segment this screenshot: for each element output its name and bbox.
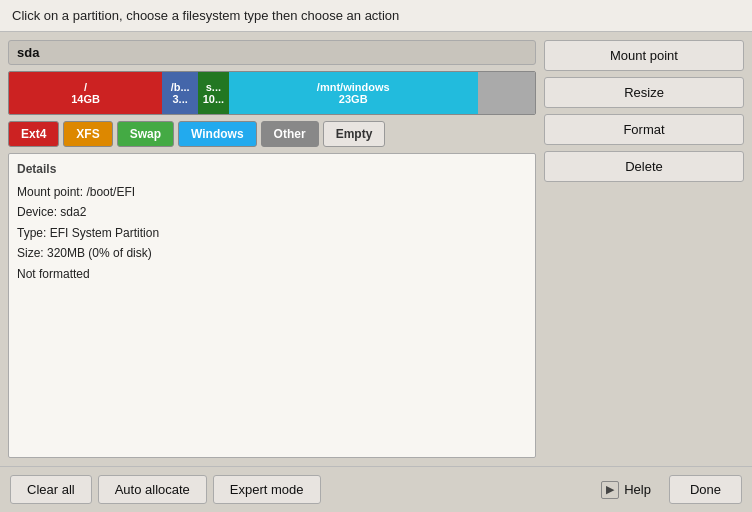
- fs-swap-button[interactable]: Swap: [117, 121, 174, 147]
- done-button[interactable]: Done: [669, 475, 742, 504]
- auto-allocate-button[interactable]: Auto allocate: [98, 475, 207, 504]
- partition-segment-1[interactable]: / 14GB: [9, 72, 162, 114]
- details-text: Mount point: /boot/EFI Device: sda2 Type…: [17, 182, 527, 284]
- left-panel: sda / 14GB /b... 3... s... 10... /mnt/wi…: [8, 40, 536, 458]
- seg4-label: /mnt/windows: [317, 81, 390, 93]
- details-line-3: Type: EFI System Partition: [17, 223, 527, 243]
- help-icon: ▶: [601, 481, 619, 499]
- seg3-label: s...: [206, 81, 221, 93]
- bottom-left-actions: Clear all Auto allocate Expert mode: [10, 475, 321, 504]
- fs-other-button[interactable]: Other: [261, 121, 319, 147]
- fs-empty-button[interactable]: Empty: [323, 121, 386, 147]
- mount-point-button[interactable]: Mount point: [544, 40, 744, 71]
- partition-segment-3[interactable]: s... 10...: [198, 72, 229, 114]
- details-line-2: Device: sda2: [17, 202, 527, 222]
- details-box: Details Mount point: /boot/EFI Device: s…: [8, 153, 536, 458]
- seg1-label: /: [84, 81, 87, 93]
- disk-label: sda: [8, 40, 536, 65]
- partition-segment-2[interactable]: /b... 3...: [162, 72, 198, 114]
- seg2-label: /b...: [171, 81, 190, 93]
- seg4-sub: 23GB: [339, 93, 368, 105]
- details-line-4: Size: 320MB (0% of disk): [17, 243, 527, 263]
- partition-segment-5[interactable]: [478, 72, 535, 114]
- details-title: Details: [17, 162, 527, 176]
- seg2-sub: 3...: [172, 93, 187, 105]
- details-line-1: Mount point: /boot/EFI: [17, 182, 527, 202]
- fs-ext4-button[interactable]: Ext4: [8, 121, 59, 147]
- clear-all-button[interactable]: Clear all: [10, 475, 92, 504]
- expert-mode-button[interactable]: Expert mode: [213, 475, 321, 504]
- seg1-sub: 14GB: [71, 93, 100, 105]
- main-content: sda / 14GB /b... 3... s... 10... /mnt/wi…: [0, 32, 752, 466]
- details-line-5: Not formatted: [17, 264, 527, 284]
- right-panel: Mount point Resize Format Delete: [544, 40, 744, 458]
- seg3-sub: 10...: [203, 93, 224, 105]
- help-label: Help: [624, 482, 651, 497]
- bottom-bar: Clear all Auto allocate Expert mode ▶ He…: [0, 466, 752, 512]
- partition-bar: / 14GB /b... 3... s... 10... /mnt/window…: [8, 71, 536, 115]
- format-button[interactable]: Format: [544, 114, 744, 145]
- resize-button[interactable]: Resize: [544, 77, 744, 108]
- delete-button[interactable]: Delete: [544, 151, 744, 182]
- instruction-text: Click on a partition, choose a filesyste…: [12, 8, 399, 23]
- help-button[interactable]: ▶ Help: [593, 477, 659, 503]
- partition-segment-4[interactable]: /mnt/windows 23GB: [229, 72, 478, 114]
- fs-windows-button[interactable]: Windows: [178, 121, 257, 147]
- filesystem-type-selector: Ext4 XFS Swap Windows Other Empty: [8, 121, 536, 147]
- instruction-bar: Click on a partition, choose a filesyste…: [0, 0, 752, 32]
- fs-xfs-button[interactable]: XFS: [63, 121, 112, 147]
